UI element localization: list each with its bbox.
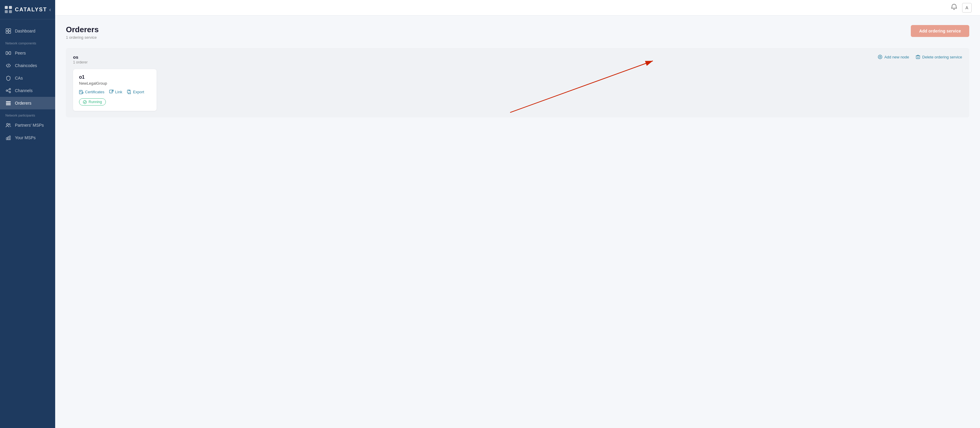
svg-rect-2 [5,10,8,13]
main-area: A Orderers 1 ordering service Add orderi… [55,0,980,428]
topbar: A [55,0,980,16]
sidebar-item-label: Partners' MSPs [15,123,44,128]
sidebar-item-cas[interactable]: CAs [0,72,55,84]
page-title: Orderers [66,25,99,34]
certificates-link[interactable]: Certificates [79,90,104,94]
sidebar-item-label: Orderers [15,101,31,106]
sidebar-logo: CATALYST [4,5,47,14]
orderer-group-actions: Add new node Delete ordering service [878,54,962,59]
svg-point-12 [6,90,8,92]
page-subtitle: 1 ordering service [66,35,99,40]
svg-line-16 [8,91,9,92]
svg-point-33 [82,92,84,94]
user-avatar[interactable]: A [962,3,972,13]
trash-icon [916,54,920,59]
peers-icon [5,50,11,56]
notification-bell-icon[interactable] [951,3,957,12]
page-header: Orderers 1 ordering service Add ordering… [66,25,969,40]
orderers-icon [5,100,11,106]
svg-point-20 [6,124,8,125]
export-icon [127,90,132,94]
sidebar-item-label: Dashboard [15,29,35,33]
svg-rect-17 [6,101,11,102]
running-status-icon [83,100,87,104]
node-links: Certificates Link [79,90,151,94]
sidebar-item-label: Chaincodes [15,63,37,68]
partners-icon [5,122,11,128]
section-network-participants: Network participants [0,109,55,119]
svg-rect-3 [9,10,12,13]
node-name: o1 [79,75,151,80]
node-card: o1 NewLegalGroup Certificates [73,69,157,111]
channels-icon [5,88,11,94]
section-network-components: Network components [0,37,55,47]
sidebar-collapse-button[interactable]: ‹ [49,6,51,13]
sidebar-item-label: Channels [15,88,32,93]
link-link[interactable]: Link [109,90,122,94]
svg-rect-5 [9,29,11,31]
svg-line-41 [510,61,653,113]
sidebar-item-label: Your MSPs [15,135,36,140]
export-link[interactable]: Export [127,90,144,94]
svg-rect-24 [9,136,10,140]
sidebar-item-orderers[interactable]: Orderers [0,97,55,109]
sidebar-item-your-msps[interactable]: Your MSPs [0,132,55,144]
page-content: Orderers 1 ordering service Add ordering… [55,16,980,428]
certificates-icon [79,90,84,94]
orderer-group-card: os 1 orderer Add new node [66,48,969,117]
catalyst-logo-icon [4,5,13,14]
orderer-group-header: os 1 orderer Add new node [73,54,962,64]
node-org: NewLegalGroup [79,81,151,86]
svg-rect-6 [6,31,8,33]
svg-rect-7 [9,31,11,33]
svg-line-15 [8,89,9,90]
svg-point-14 [9,92,11,93]
sidebar-header: CATALYST ‹ [0,0,55,19]
your-msps-icon [5,135,11,141]
chaincodes-icon [5,63,11,68]
sidebar: CATALYST ‹ Dashboard Network components [0,0,55,428]
svg-rect-28 [916,56,920,59]
plus-circle-icon [878,54,883,59]
sidebar-item-chaincodes[interactable]: Chaincodes [0,59,55,72]
svg-point-13 [9,89,11,90]
page-title-group: Orderers 1 ordering service [66,25,99,40]
svg-rect-22 [6,138,8,140]
svg-point-39 [83,100,86,104]
app-name: CATALYST [15,6,47,13]
add-new-node-link[interactable]: Add new node [878,54,909,59]
sidebar-item-label: CAs [15,76,23,81]
svg-point-21 [9,124,10,125]
svg-rect-23 [8,137,9,140]
orderer-group-subtitle: 1 orderer [73,60,88,64]
svg-rect-19 [6,104,11,105]
sidebar-navigation: Dashboard Network components Peers [0,19,55,428]
sidebar-item-label: Peers [15,51,26,55]
sidebar-item-partners-msps[interactable]: Partners' MSPs [0,119,55,132]
sidebar-item-channels[interactable]: Channels [0,84,55,97]
sidebar-item-peers[interactable]: Peers [0,47,55,59]
svg-rect-4 [6,29,8,31]
svg-rect-0 [5,6,8,9]
svg-rect-9 [9,52,11,54]
sidebar-item-dashboard[interactable]: Dashboard [0,25,55,37]
add-ordering-service-button[interactable]: Add ordering service [911,25,969,37]
status-badge: Running [79,98,106,106]
dashboard-icon [5,28,11,34]
svg-rect-18 [6,103,11,104]
svg-rect-1 [9,6,12,9]
cas-icon [5,75,11,81]
svg-rect-8 [6,52,8,54]
orderer-group-title: os [73,54,88,60]
orderer-group-info: os 1 orderer [73,54,88,64]
svg-line-11 [8,64,9,67]
delete-ordering-service-link[interactable]: Delete ordering service [916,54,962,59]
external-link-icon [109,90,114,94]
